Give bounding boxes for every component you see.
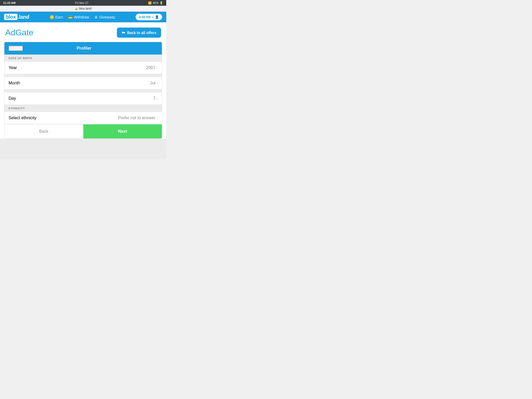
ethnicity-chevron-icon: › — [156, 116, 158, 120]
month-value-group: Jul › — [150, 81, 158, 85]
wifi-icon: 📶 — [148, 1, 152, 5]
nav-earn[interactable]: 🪙 Earn — [50, 15, 63, 19]
battery-icon: 🔋 — [159, 1, 163, 5]
balance-display: 0.00 R$ • 👤 — [136, 14, 162, 20]
page-header: AdGate ⬅ Back to all offers — [0, 22, 166, 42]
footer-area — [0, 139, 166, 159]
nav-earn-label: Earn — [55, 15, 63, 19]
user-avatar-icon: 👤 — [155, 15, 159, 19]
url-text: blox.land — [79, 7, 91, 10]
status-bar: 11:23 AM Fri Nov 27 📶 42% 🔋 — [0, 0, 166, 6]
year-label: Year — [9, 65, 17, 70]
status-indicators: 📶 42% 🔋 — [148, 1, 163, 5]
year-value: 2007 — [146, 65, 156, 70]
page-title: AdGate — [5, 28, 34, 37]
balance-separator: • — [152, 15, 153, 19]
nav-withdraw[interactable]: 💳 Withdraw — [68, 15, 89, 19]
nav-giveaway[interactable]: 🖥 Giveaway — [94, 15, 115, 19]
day-row[interactable]: Day 7 › — [4, 92, 162, 105]
site-logo[interactable]: blox.land — [4, 14, 29, 20]
withdraw-icon: 💳 — [68, 15, 72, 19]
ethnicity-value-group: Prefer not to answer › — [118, 116, 158, 120]
day-value-group: 7 › — [153, 96, 158, 101]
battery-text: 42% — [153, 1, 158, 4]
navbar: blox.land 🪙 Earn 💳 Withdraw 🖥 Giveaway 0… — [0, 12, 166, 22]
month-label: Month — [9, 81, 20, 85]
status-day: Fri Nov 27 — [75, 1, 89, 4]
page-content: AdGate ⬅ Back to all offers ← Back Profi… — [0, 22, 166, 139]
ethnicity-row[interactable]: Select ethnicity Prefer not to answer › — [4, 112, 162, 124]
earn-icon: 🪙 — [50, 15, 54, 19]
nav-giveaway-label: Giveaway — [99, 15, 115, 19]
main-nav: 🪙 Earn 💳 Withdraw 🖥 Giveaway — [50, 15, 115, 19]
back-to-offers-label: Back to all offers — [127, 31, 156, 35]
giveaway-icon: 🖥 — [94, 15, 98, 19]
year-value-group: 2007 › — [146, 65, 158, 70]
month-row[interactable]: Month Jul › — [4, 77, 162, 89]
back-circle-icon: ⬅ — [122, 30, 125, 35]
month-gap — [4, 89, 162, 92]
select-ethnicity-label: Select ethnicity — [9, 116, 37, 120]
day-chevron-icon: › — [156, 96, 158, 101]
back-arrow-icon: ← — [9, 46, 13, 50]
form-back-button[interactable]: Back — [4, 124, 83, 138]
nav-withdraw-label: Withdraw — [74, 15, 89, 19]
url-bar: 🔒 blox.land — [0, 6, 166, 12]
year-chevron-icon: › — [156, 66, 158, 70]
balance-amount: 0.00 R$ — [139, 15, 151, 19]
month-value: Jul — [150, 81, 155, 85]
profiler-header: ← Back Profiler — [4, 42, 162, 55]
ethnicity-value: Prefer not to answer — [118, 116, 155, 120]
month-chevron-icon: › — [156, 81, 158, 85]
profiler-back-button[interactable]: ← Back — [9, 46, 23, 51]
lock-icon: 🔒 — [75, 7, 78, 10]
profiler-title: Profiler — [26, 46, 158, 51]
dob-section-label: DATE OF BIRTH — [4, 55, 162, 62]
status-time: 11:23 AM — [3, 1, 16, 4]
bottom-bar: Back Next — [4, 124, 162, 138]
day-value: 7 — [153, 96, 155, 101]
form-next-button[interactable]: Next — [83, 124, 162, 138]
year-gap — [4, 74, 162, 77]
ethnicity-section-label: ETHNICITY — [4, 105, 162, 112]
year-row[interactable]: Year 2007 › — [4, 62, 162, 74]
profiler-panel: ← Back Profiler DATE OF BIRTH Year 2007 … — [4, 42, 162, 139]
profiler-back-label: Back — [14, 46, 22, 50]
back-to-offers-button[interactable]: ⬅ Back to all offers — [117, 28, 161, 38]
day-label: Day — [9, 96, 16, 101]
